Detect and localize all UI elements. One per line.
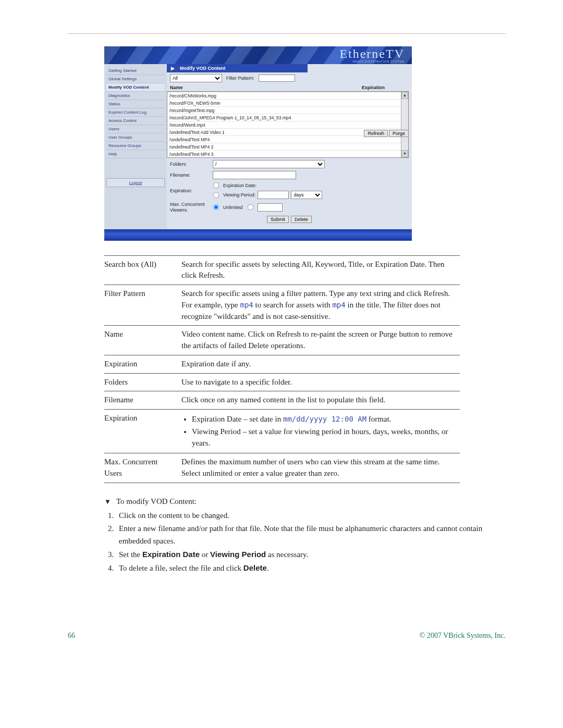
desc-key: Filename xyxy=(104,391,181,410)
list-item[interactable]: /record/FOX_NEWS-5min xyxy=(167,99,401,106)
app-screenshot: EtherneTV MEDIA DISTRIBUTION SYSTEM Gett… xyxy=(104,46,412,241)
breadcrumb-title: Modify VOD Content xyxy=(180,66,226,71)
desc-key: Expiration xyxy=(104,410,181,453)
table-row: Search box (All)Search for specific asse… xyxy=(104,255,460,285)
app-header: EtherneTV MEDIA DISTRIBUTION SYSTEM xyxy=(104,46,412,64)
sidebar-item[interactable]: Users xyxy=(106,125,165,133)
desc-value: Video content name. Click on Refresh to … xyxy=(181,326,460,355)
mcv-label: Max. Concurrent Viewers: xyxy=(170,202,213,213)
search-select[interactable]: All xyxy=(170,74,222,82)
page-number: 66 xyxy=(68,632,75,640)
sidebar: Getting StartedGlobal SettingsModify VOD… xyxy=(104,64,167,229)
list-item: Viewing Period – set a value for viewing… xyxy=(192,426,456,449)
scroll-down-icon[interactable]: ▼ xyxy=(401,150,408,157)
procedure-step: Enter a new filename and/or path for tha… xyxy=(116,523,506,547)
submit-button[interactable]: Submit xyxy=(267,216,289,223)
list-scrollbar[interactable]: ▲ ▼ xyxy=(401,92,408,157)
procedure-step: To delete a file, select the file and cl… xyxy=(116,562,506,574)
sidebar-item[interactable]: Help xyxy=(106,150,165,158)
desc-key: Name xyxy=(104,326,181,355)
filter-pattern-input[interactable] xyxy=(259,75,295,82)
filter-pattern-label: Filter Pattern: xyxy=(226,76,254,81)
viewing-period-number[interactable] xyxy=(258,191,289,199)
mcv-value-input[interactable] xyxy=(258,203,283,212)
sidebar-item[interactable]: Diagnostics xyxy=(106,92,165,100)
sidebar-item[interactable]: Resource Groups xyxy=(106,142,165,150)
opt-expiration-date: Expiration Date: xyxy=(223,183,256,188)
desc-key: Search box (All) xyxy=(104,255,181,285)
list-item[interactable]: /record/JohnS_MPEG4 Program 1_10_14_05_1… xyxy=(167,114,401,121)
copyright: © 2007 VBrick Systems, Inc. xyxy=(420,632,506,640)
delete-button[interactable]: Delete xyxy=(291,216,312,223)
col-expiration: Expiration xyxy=(362,85,409,90)
mcv-unlimited-label: Unlimited xyxy=(223,205,243,210)
scroll-track[interactable] xyxy=(401,99,408,150)
procedure-title: To modify VOD Content: xyxy=(116,496,197,508)
radio-mcv-unlimited[interactable] xyxy=(213,204,219,211)
brand-name: EtherneTV xyxy=(339,47,405,60)
opt-viewing-period: Viewing Period: xyxy=(223,192,255,198)
sidebar-item[interactable]: Modify VOD Content xyxy=(106,83,165,92)
desc-value: Click once on any named content in the l… xyxy=(181,391,460,410)
breadcrumb-arrow-icon: ▶ xyxy=(171,66,175,71)
table-row: FilenameClick once on any named content … xyxy=(104,391,460,410)
desc-value: Defines the maximum number of users who … xyxy=(181,453,460,483)
descriptions-table: Search box (All)Search for specific asse… xyxy=(104,255,460,483)
purge-button[interactable]: Purge xyxy=(389,130,409,137)
table-row: Max. Concurrent UsersDefines the maximum… xyxy=(104,453,460,483)
refresh-button[interactable]: Refresh xyxy=(364,130,388,137)
sidebar-item[interactable]: User Groups xyxy=(106,133,165,142)
sidebar-item[interactable]: Expired Content Log xyxy=(106,108,165,117)
table-row: FoldersUse to navigate to a specific fol… xyxy=(104,373,460,391)
main-panel: ▶ Modify VOD Content All Filter Pattern:… xyxy=(167,64,412,229)
header-rule xyxy=(68,33,506,34)
table-row: NameVideo content name. Click on Refresh… xyxy=(104,326,460,355)
brand-sub: MEDIA DISTRIBUTION SYSTEM xyxy=(339,60,405,63)
desc-value: Search for specific assets by selecting … xyxy=(181,255,460,285)
list-item: Expiration Date – set date in mm/dd/yyyy… xyxy=(192,414,456,425)
desc-key: Expiration xyxy=(104,355,181,373)
sidebar-item[interactable]: Status xyxy=(106,100,165,108)
folders-label: Folders: xyxy=(170,162,213,167)
table-row: ExpirationExpiration date if any. xyxy=(104,355,460,373)
list-item[interactable]: /record/CNNWorks.mpg xyxy=(167,92,401,99)
list-item[interactable]: /undefined/Test MP4 3 xyxy=(167,150,401,157)
viewing-period-unit[interactable]: days xyxy=(291,191,322,199)
expiration-label: Expiration: xyxy=(170,188,213,193)
filename-input[interactable] xyxy=(213,171,296,179)
scroll-up-icon[interactable]: ▲ xyxy=(401,92,408,99)
breadcrumb: ▶ Modify VOD Content xyxy=(167,64,308,72)
desc-value: Expiration Date – set date in mm/dd/yyyy… xyxy=(181,410,460,453)
table-row: ExpirationExpiration Date – set date in … xyxy=(104,410,460,453)
list-item[interactable]: /record/Wenli.mp4 xyxy=(167,121,401,128)
list-item[interactable]: /record/IngestTest.mpg xyxy=(167,106,401,114)
desc-key: Max. Concurrent Users xyxy=(104,453,181,483)
procedure: ▼ To modify VOD Content: Click on the co… xyxy=(104,496,506,575)
desc-key: Folders xyxy=(104,373,181,391)
desc-value: Use to navigate to a specific folder. xyxy=(181,373,460,391)
radio-viewing-period[interactable] xyxy=(213,192,219,198)
content-list[interactable]: /record/CNNWorks.mpg/record/FOX_NEWS-5mi… xyxy=(167,92,401,157)
sidebar-item[interactable]: Access Control xyxy=(106,117,165,125)
logout-button[interactable]: Logout xyxy=(106,178,165,187)
list-item[interactable]: /undefined/Test MP4 2 xyxy=(167,143,401,150)
procedure-step: Click on the content to be changed. xyxy=(116,510,506,522)
filename-label: Filename: xyxy=(170,172,213,178)
table-row: Filter PatternSearch for specific assets… xyxy=(104,285,460,326)
triangle-down-icon: ▼ xyxy=(104,497,111,507)
radio-mcv-value[interactable] xyxy=(247,204,253,211)
page-footer: 66 © 2007 VBrick Systems, Inc. xyxy=(68,632,506,640)
folders-select[interactable]: / xyxy=(213,160,325,168)
col-name: Name xyxy=(170,85,362,90)
sidebar-item[interactable]: Global Settings xyxy=(106,75,165,83)
desc-value: Search for specific assets using a filte… xyxy=(181,285,460,326)
procedure-step: Set the Expiration Date or Viewing Perio… xyxy=(116,548,506,561)
desc-key: Filter Pattern xyxy=(104,285,181,326)
radio-expiration-date[interactable] xyxy=(213,182,219,189)
app-footer xyxy=(104,229,412,241)
sidebar-item[interactable]: Getting Started xyxy=(106,67,165,75)
desc-value: Expiration date if any. xyxy=(181,355,460,373)
